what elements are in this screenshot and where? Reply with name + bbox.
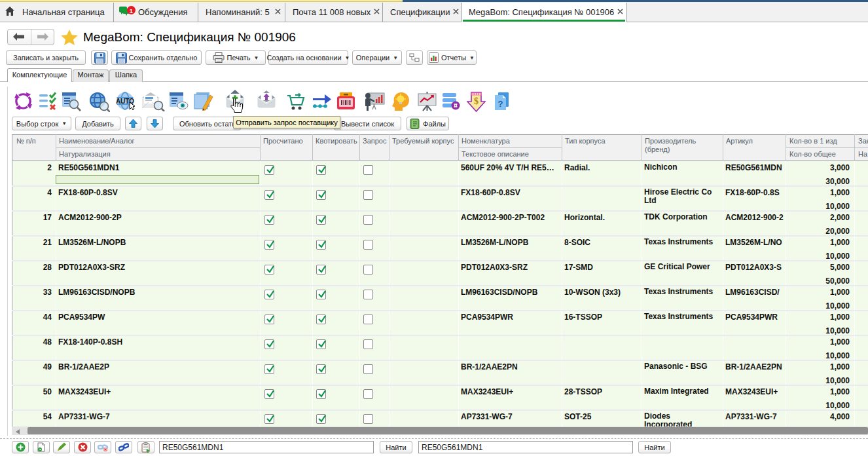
svg-text:$: $ [474,96,479,106]
svg-text:?: ? [498,99,503,109]
svg-text:1: 1 [130,7,134,14]
